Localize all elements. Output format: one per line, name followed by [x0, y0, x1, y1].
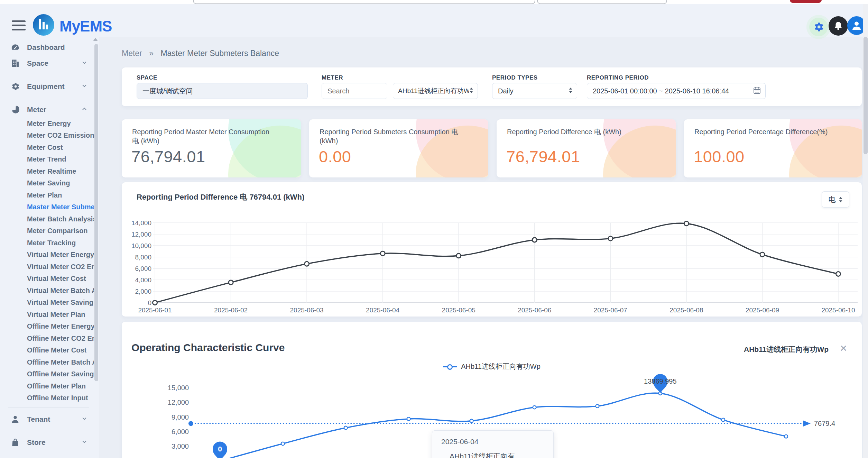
- sidebar-item-master-meter-submeters-balance[interactable]: Master Meter Submeters Balance: [0, 201, 94, 213]
- sidebar-item-virtual-meter-batch-analysis[interactable]: Virtual Meter Batch Analysis: [0, 285, 94, 297]
- svg-text:2025-06-06: 2025-06-06: [518, 306, 551, 314]
- svg-text:2025-06-03: 2025-06-03: [290, 306, 324, 314]
- sidebar-item-label: Offline Meter Batch Analysis: [27, 358, 94, 366]
- sidebar-item-meter-cost[interactable]: Meter Cost: [0, 141, 94, 154]
- chart2-legend[interactable]: AHb11进线柜正向有功Wp: [122, 362, 862, 371]
- myems-app: MyEMS DashboardSpaceEquipmentMeterMeter …: [0, 0, 868, 458]
- sidebar-item-meter-comparison[interactable]: Meter Comparison: [0, 225, 94, 237]
- sidebar-item-label: Meter Realtime: [27, 167, 76, 175]
- svg-text:2025-06-07: 2025-06-07: [594, 306, 627, 314]
- svg-text:2025-06-02: 2025-06-02: [214, 306, 248, 314]
- user-icon: [10, 414, 21, 424]
- window-scrollbar[interactable]: [863, 4, 868, 458]
- sidebar-item-label: Meter Tracking: [27, 239, 76, 247]
- sidebar-divider: [8, 98, 89, 98]
- svg-text:6,000: 6,000: [172, 428, 189, 436]
- sidebar-item-label: Virtual Meter Energy: [27, 251, 94, 259]
- sidebar-item-label: Master Meter Submeters Balance: [27, 203, 94, 211]
- sidebar-item-dashboard[interactable]: Dashboard: [0, 39, 94, 55]
- sidebar-item-offline-meter-plan[interactable]: Offline Meter Plan: [0, 380, 94, 392]
- breadcrumb-parent[interactable]: Meter: [122, 49, 142, 58]
- space-input[interactable]: [137, 83, 308, 99]
- sidebar-item-meter-co2-emissions[interactable]: Meter CO2 Emissions: [0, 130, 94, 142]
- chevron-down-icon: [81, 59, 88, 68]
- brand-title[interactable]: MyEMS: [59, 18, 112, 35]
- energy-unit-select[interactable]: 电: [822, 191, 849, 208]
- sidebar-item-label: Virtual Meter Cost: [27, 275, 86, 283]
- sidebar-item-meter[interactable]: Meter: [0, 102, 94, 118]
- chevron-down-icon: [81, 415, 88, 424]
- sidebar-item-meter-tracking[interactable]: Meter Tracking: [0, 237, 94, 249]
- chart-tooltip: 2025-06-04 AHb11进线柜正向有功Wp 8,625: [432, 430, 554, 458]
- settings-gear-icon[interactable]: [809, 18, 828, 36]
- window-scrollbar-thumb[interactable]: [864, 37, 868, 154]
- sidebar-item-meter-plan[interactable]: Meter Plan: [0, 189, 94, 201]
- notifications-bell-icon[interactable]: [829, 16, 848, 36]
- sidebar-item-label: Space: [27, 59, 48, 67]
- sidebar-item-label: Dashboard: [27, 43, 65, 52]
- sidebar-item-label: Offline Meter Energy: [27, 322, 94, 330]
- meter-search-field[interactable]: [322, 87, 387, 95]
- close-icon[interactable]: ✕: [840, 343, 847, 354]
- sidebar-item-meter-realtime[interactable]: Meter Realtime: [0, 165, 94, 177]
- sidebar-item-space[interactable]: Space: [0, 55, 94, 71]
- sidebar-item-meter-saving[interactable]: Meter Saving: [0, 177, 94, 190]
- sidebar-item-offline-meter-input[interactable]: Offline Meter Input: [0, 392, 94, 404]
- svg-text:2025-06-05: 2025-06-05: [442, 306, 475, 314]
- sidebar-item-tenant[interactable]: Tenant: [0, 411, 94, 427]
- period-types-select[interactable]: Daily: [492, 83, 577, 99]
- calendar-icon[interactable]: [753, 86, 761, 96]
- select-updown-icon: [469, 87, 473, 95]
- space-input-field[interactable]: [137, 87, 307, 95]
- sidebar-item-offline-meter-co2-emissions[interactable]: Offline Meter CO2 Emissions: [0, 332, 94, 345]
- sidebar-scroll-up-icon[interactable]: [93, 38, 98, 41]
- sidebar-item-store[interactable]: Store: [0, 434, 94, 450]
- meter-select[interactable]: AHb11进线柜正向有功Wp: [393, 83, 478, 99]
- tooltip-series-value: 8,625: [525, 457, 544, 458]
- stat-card-value: 100.00: [694, 147, 745, 166]
- sidebar-item-virtual-meter-plan[interactable]: Virtual Meter Plan: [0, 309, 94, 321]
- sidebar-item-label: Virtual Meter Plan: [27, 311, 85, 319]
- filter-panel: SPACE METER AHb11进线柜正向有功Wp PERIOD TYPES …: [122, 67, 862, 106]
- svg-text:2025-06-04: 2025-06-04: [366, 306, 400, 314]
- sidebar-item-meter-trend[interactable]: Meter Trend: [0, 154, 94, 166]
- reporting-period-input[interactable]: 2025-06-01 00:00:00 ~ 2025-06-10 16:06:4…: [587, 83, 766, 99]
- gear-icon: [10, 81, 21, 92]
- myems-logo-bars: [39, 19, 48, 29]
- stat-card-title: Reporting Period Submeters Consumption 电…: [320, 127, 465, 145]
- browser-tab-ghost: [193, 0, 535, 4]
- svg-text:2,000: 2,000: [135, 288, 151, 295]
- sidebar-item-label: Tenant: [27, 415, 50, 423]
- sidebar-item-meter-batch-analysis[interactable]: Meter Batch Analysis: [0, 213, 94, 225]
- meter-search-input[interactable]: [322, 83, 387, 99]
- sidebar-item-label: Offline Meter Saving: [27, 370, 94, 378]
- difference-chart-card: Reporting Period Difference 电 76794.01 (…: [122, 182, 862, 317]
- legend-line-icon: [443, 364, 457, 369]
- sidebar-item-virtual-meter-cost[interactable]: Virtual Meter Cost: [0, 273, 94, 285]
- space-label: SPACE: [137, 74, 157, 81]
- hamburger-menu-icon[interactable]: [12, 20, 26, 31]
- sidebar-item-offline-meter-energy[interactable]: Offline Meter Energy: [0, 321, 94, 333]
- sidebar-item-offline-meter-batch-analysis[interactable]: Offline Meter Batch Analysis: [0, 356, 94, 368]
- stat-card-title: Reporting Period Difference 电 (kWh): [507, 127, 652, 136]
- sidebar-item-virtual-meter-saving[interactable]: Virtual Meter Saving: [0, 297, 94, 309]
- sidebar-item-offline-meter-saving[interactable]: Offline Meter Saving: [0, 368, 94, 381]
- svg-text:14,000: 14,000: [131, 219, 151, 227]
- sidebar-item-virtual-meter-energy[interactable]: Virtual Meter Energy: [0, 249, 94, 261]
- sidebar-item-offline-meter-cost[interactable]: Offline Meter Cost: [0, 345, 94, 357]
- sidebar-item-label: Meter CO2 Emissions: [27, 131, 94, 139]
- sidebar-scrollbar-thumb[interactable]: [94, 44, 98, 381]
- sidebar-scrollbar[interactable]: [94, 39, 98, 454]
- sidebar-item-meter-energy[interactable]: Meter Energy: [0, 118, 94, 130]
- sidebar-item-equipment[interactable]: Equipment: [0, 79, 94, 94]
- app-header: MyEMS: [0, 4, 868, 37]
- sidebar-item-virtual-meter-co2-emissions[interactable]: Virtual Meter CO2 Emissions: [0, 261, 94, 273]
- bag-icon: [10, 437, 21, 448]
- select-updown-icon: [839, 196, 843, 203]
- svg-text:15,000: 15,000: [168, 384, 189, 392]
- sidebar-item-label: Meter Comparison: [27, 227, 88, 235]
- difference-line-chart[interactable]: 02,0004,0006,0008,00010,00012,00014,0002…: [122, 208, 862, 317]
- tooltip-date: 2025-06-04: [441, 438, 544, 446]
- stat-card-title: Reporting Period Percentage Difference(%…: [694, 127, 840, 136]
- svg-text:12,000: 12,000: [168, 399, 189, 406]
